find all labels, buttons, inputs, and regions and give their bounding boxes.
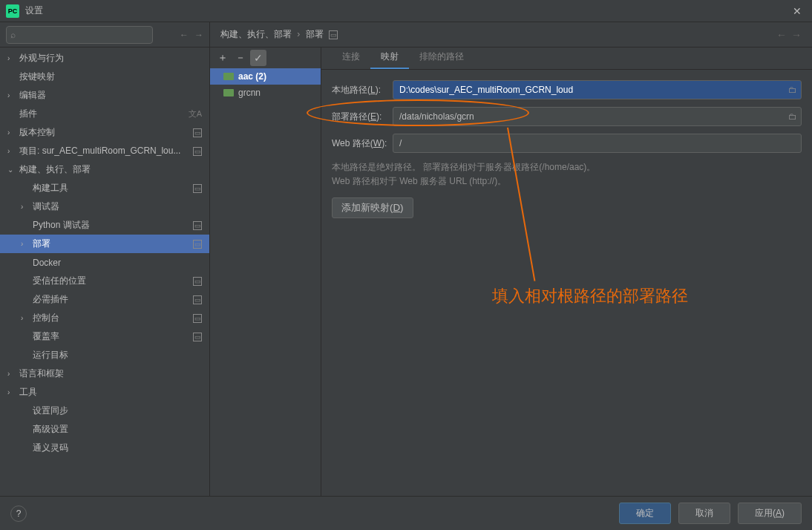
breadcrumb-a[interactable]: 构建、执行、部署 — [220, 29, 292, 39]
search-row: ⌕ ← → — [0, 22, 209, 48]
cancel-button[interactable]: 取消 — [678, 503, 730, 524]
sidebar-item-17[interactable]: ›语言和框架 — [0, 364, 209, 383]
nav-fwd-icon[interactable]: → — [791, 29, 802, 41]
tab-excluded[interactable]: 排除的路径 — [409, 46, 474, 69]
sidebar-item-label: 构建、执行、部署 — [19, 163, 202, 176]
server-icon — [223, 73, 234, 80]
sidebar-item-label: 通义灵码 — [33, 442, 202, 454]
deploy-path-row: 部署路径(E): 🗀 — [332, 107, 802, 126]
breadcrumb-row: 构建、执行、部署 › 部署 ▭ ← → — [210, 22, 812, 48]
sidebar-item-5[interactable]: ›项目: sur_AEC_multiRoom_GCRN_lou...▭ — [0, 142, 209, 160]
project-badge-icon: ▭ — [193, 221, 202, 230]
sidebar-item-14[interactable]: ›控制台▭ — [0, 309, 209, 327]
sidebar-item-4[interactable]: ›版本控制▭ — [0, 123, 209, 142]
sidebar-item-13[interactable]: 必需插件▭ — [0, 290, 209, 309]
local-path-label: 本地路径(L): — [332, 84, 393, 96]
sidebar-item-label: 按键映射 — [19, 71, 202, 83]
local-path-input[interactable] — [393, 80, 802, 99]
sidebar-item-10[interactable]: ›部署▭ — [0, 235, 209, 253]
chevron-icon: › — [7, 147, 18, 155]
server-icon — [223, 89, 234, 96]
project-badge-icon: ▭ — [193, 277, 202, 286]
sidebar-item-2[interactable]: ›编辑器 — [0, 86, 209, 105]
sidebar-item-0[interactable]: ›外观与行为 — [0, 49, 209, 68]
server-item-0[interactable]: aac (2) — [210, 68, 321, 85]
apply-button[interactable]: 应用(A) — [738, 503, 802, 524]
sidebar-item-7[interactable]: 构建工具▭ — [0, 179, 209, 197]
sidebar-item-20[interactable]: 高级设置 — [0, 420, 209, 439]
sidebar-item-18[interactable]: ›工具 — [0, 383, 209, 402]
tab-mappings[interactable]: 映射 — [370, 46, 409, 69]
form-area: 本地路径(L): 🗀 部署路径(E): 🗀 — [321, 70, 812, 229]
set-default-button[interactable]: ✓ — [250, 50, 266, 66]
ok-button[interactable]: 确定 — [619, 503, 671, 524]
web-path-input[interactable] — [393, 134, 802, 153]
close-icon[interactable]: ✕ — [788, 4, 806, 19]
sidebar-item-label: 工具 — [19, 386, 202, 399]
sidebar-item-15[interactable]: 覆盖率▭ — [0, 327, 209, 346]
history-fwd-icon[interactable]: → — [194, 30, 203, 40]
search-input[interactable] — [6, 26, 153, 44]
remove-server-button[interactable]: － — [232, 50, 249, 66]
servers-column: ＋ － ✓ aac (2)grcnn — [210, 48, 321, 496]
collapse-icon[interactable]: ▭ — [329, 30, 338, 39]
history-back-icon[interactable]: ← — [180, 30, 189, 40]
sidebar-item-label: 版本控制 — [19, 126, 190, 139]
add-server-button[interactable]: ＋ — [215, 50, 231, 66]
settings-sidebar: ⌕ ← → ›外观与行为按键映射›编辑器插件文A›版本控制▭›项目: sur_A… — [0, 22, 210, 496]
project-badge-icon: ▭ — [193, 240, 202, 249]
browse-deploy-icon[interactable]: 🗀 — [788, 111, 797, 122]
main-area: ⌕ ← → ›外观与行为按键映射›编辑器插件文A›版本控制▭›项目: sur_A… — [0, 22, 812, 496]
sidebar-item-label: 外观与行为 — [19, 52, 202, 65]
settings-tree[interactable]: ›外观与行为按键映射›编辑器插件文A›版本控制▭›项目: sur_AEC_mul… — [0, 48, 209, 496]
browse-local-icon[interactable]: 🗀 — [788, 85, 797, 95]
project-badge-icon: ▭ — [193, 333, 202, 341]
sidebar-item-21[interactable]: 通义灵码 — [0, 439, 209, 457]
sidebar-item-label: Python 调试器 — [33, 219, 190, 232]
chevron-icon: › — [7, 54, 18, 62]
servers-list[interactable]: aac (2)grcnn — [210, 68, 321, 496]
sidebar-item-1[interactable]: 按键映射 — [0, 68, 209, 86]
chevron-icon: › — [21, 314, 31, 322]
server-item-1[interactable]: grcnn — [210, 85, 321, 101]
sidebar-item-label: 运行目标 — [33, 349, 202, 361]
add-mapping-button[interactable]: 添加新映射(D) — [332, 197, 413, 218]
titlebar: PC 设置 ✕ — [0, 0, 812, 22]
app-icon: PC — [6, 4, 19, 18]
server-label: aac (2) — [238, 71, 266, 82]
sidebar-item-label: 受信任的位置 — [33, 275, 190, 287]
sidebar-item-label: 设置同步 — [33, 405, 202, 417]
local-path-row: 本地路径(L): 🗀 — [332, 80, 802, 99]
sidebar-item-8[interactable]: ›调试器 — [0, 197, 209, 216]
web-path-row: Web 路径(W): — [332, 134, 802, 153]
deploy-path-input[interactable] — [393, 107, 802, 126]
content-body: ＋ － ✓ aac (2)grcnn 连接 映射 排除的路径 本地路径(L): — [210, 48, 812, 496]
sidebar-item-12[interactable]: 受信任的位置▭ — [0, 272, 209, 290]
chevron-icon: ⌄ — [7, 166, 18, 174]
window-title: 设置 — [25, 4, 788, 17]
sidebar-item-label: 部署 — [33, 238, 190, 250]
sidebar-item-3[interactable]: 插件文A — [0, 105, 209, 123]
servers-toolbar: ＋ － ✓ — [210, 48, 321, 68]
sidebar-item-16[interactable]: 运行目标 — [0, 346, 209, 364]
nav-back-icon[interactable]: ← — [776, 29, 787, 41]
web-path-label: Web 路径(W): — [332, 137, 393, 150]
project-badge-icon: ▭ — [193, 128, 202, 137]
sidebar-item-19[interactable]: 设置同步 — [0, 402, 209, 420]
server-label: grcnn — [238, 88, 261, 98]
breadcrumb-sep: › — [297, 29, 300, 39]
search-icon: ⌕ — [10, 30, 16, 40]
breadcrumb-b[interactable]: 部署 — [306, 29, 324, 39]
sidebar-item-6[interactable]: ⌄构建、执行、部署 — [0, 160, 209, 179]
help-button[interactable]: ? — [10, 506, 27, 522]
annotation-text: 填入相对根路径的部署路径 — [492, 285, 688, 307]
tab-connection[interactable]: 连接 — [332, 46, 370, 69]
chevron-icon: › — [7, 128, 18, 137]
sidebar-item-11[interactable]: Docker — [0, 253, 209, 272]
sidebar-item-label: Docker — [33, 258, 202, 268]
footer: ? 确定 取消 应用(A) — [0, 496, 812, 530]
chevron-icon: › — [21, 240, 31, 248]
sidebar-item-9[interactable]: Python 调试器▭ — [0, 216, 209, 235]
detail-column: 连接 映射 排除的路径 本地路径(L): 🗀 部署路径(E): — [321, 48, 812, 496]
project-badge-icon: ▭ — [193, 314, 202, 323]
